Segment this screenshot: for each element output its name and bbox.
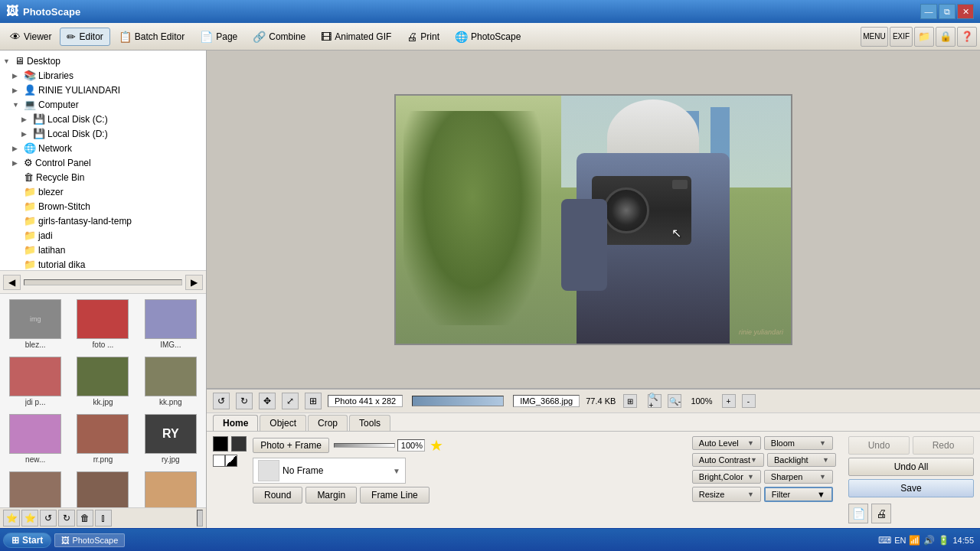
invert-swatch[interactable] — [225, 455, 237, 467]
tree-item-latihan[interactable]: 📁 latihan — [0, 243, 206, 257]
taskbar-right: ⌨ EN 📶 🔊 🔋 14:55 — [878, 535, 977, 546]
print-button[interactable]: 🖨 Print — [400, 28, 446, 46]
dark-swatch[interactable] — [231, 436, 247, 452]
auto-contrast-btn[interactable]: Auto Contrast ▼ — [692, 453, 764, 467]
auto-level-btn[interactable]: Auto Level ▼ — [692, 436, 761, 450]
thumb-kkjpg[interactable]: kk.jpg — [69, 353, 136, 410]
thumb-rotate-left-btn[interactable]: ↺ — [40, 510, 57, 527]
tree-item-diskd[interactable]: ▶ 💾 Local Disk (D:) — [0, 126, 206, 141]
thumb-rotate-right-btn[interactable]: ↻ — [58, 510, 75, 527]
minimize-button[interactable]: — — [920, 4, 937, 19]
combine-button[interactable]: 🔗 Combine — [246, 28, 312, 46]
menu-button[interactable]: MENU — [861, 27, 888, 47]
tab-object[interactable]: Object — [260, 415, 306, 431]
print-small-icon[interactable]: 🖨 — [871, 504, 891, 523]
bright-color-btn[interactable]: Bright,Color ▼ — [692, 470, 761, 484]
thumb-top[interactable]: top.jpg — [137, 468, 204, 507]
exif-button[interactable]: EXIF — [890, 27, 913, 47]
editor-button[interactable]: ✏ Editor — [60, 28, 109, 46]
zoom-out-btn[interactable]: 🔍- — [668, 394, 681, 408]
thumb-img[interactable]: IMG... — [137, 295, 204, 353]
start-button[interactable]: ⊞ Start — [3, 533, 51, 548]
frame-line-button[interactable]: Frame Line — [360, 487, 430, 504]
redo-btn[interactable]: ↻ — [236, 393, 253, 409]
thumb-blez[interactable]: img blez... — [2, 295, 69, 353]
help-button[interactable]: ❓ — [957, 27, 977, 47]
thumb-jdi[interactable]: jdi p... — [2, 353, 69, 410]
title-bar-left: 🖼 PhotoScape — [6, 5, 80, 18]
tree-item-brownstitch[interactable]: 📁 Brown-Stitch — [0, 199, 206, 214]
thumb-star-btn[interactable]: ⭐ — [21, 510, 38, 527]
tree-item-jadi[interactable]: 📁 jadi — [0, 228, 206, 243]
favorite-star[interactable]: ★ — [430, 436, 443, 455]
thumb-delete-btn[interactable]: 🗑 — [77, 510, 93, 527]
tree-item-libraries[interactable]: ▶ 📚 Libraries — [0, 68, 206, 83]
undo-btn[interactable]: ↺ — [213, 393, 230, 409]
viewer-button[interactable]: 👁 Viewer — [3, 28, 58, 46]
maximize-button[interactable]: ⧉ — [939, 4, 956, 19]
move-btn[interactable]: ✥ — [259, 393, 276, 409]
frame-dropdown-arrow: ▼ — [393, 467, 400, 475]
save-file-icon[interactable]: 📄 — [848, 504, 868, 523]
sharpen-btn[interactable]: Sharpen ▼ — [764, 470, 833, 484]
redo-button[interactable]: Redo — [913, 436, 974, 455]
tree-item-blezer[interactable]: 📁 blezer — [0, 184, 206, 199]
tree-item-recyclebin[interactable]: 🗑 Recycle Bin — [0, 170, 206, 184]
taskbar-photoscape[interactable]: 🖼 PhotoScape — [54, 533, 125, 547]
tab-home[interactable]: Home — [213, 415, 258, 431]
white-swatch[interactable] — [213, 455, 225, 467]
zoom-in-btn[interactable]: 🔍+ — [648, 394, 662, 408]
nav-left-arrow[interactable]: ◀ — [3, 275, 21, 290]
undo-button[interactable]: Undo — [848, 436, 910, 455]
resize-btn-adj[interactable]: Resize ▼ — [692, 487, 761, 502]
black-swatch[interactable] — [213, 436, 228, 452]
animated-gif-button[interactable]: 🎞 Animated GIF — [314, 28, 398, 46]
frame-selector[interactable]: No Frame ▼ — [253, 458, 406, 484]
photoscape-button[interactable]: 🌐 PhotoScape — [448, 28, 528, 46]
nav-right-arrow[interactable]: ▶ — [185, 275, 203, 290]
tree-item-network[interactable]: ▶ 🌐 Network — [0, 141, 206, 155]
tree-item-controlpanel[interactable]: ▶ ⚙ Control Panel — [0, 155, 206, 170]
tree-item-desktop[interactable]: ▼ 🖥 Desktop — [0, 54, 206, 68]
tab-crop[interactable]: Crop — [308, 415, 348, 431]
left-controls — [213, 436, 247, 467]
save-button[interactable]: Save — [848, 479, 974, 497]
tree-item-computer[interactable]: ▼ 💻 Computer — [0, 97, 206, 112]
thumb-scroll-v-btn[interactable]: ⫿ — [95, 510, 112, 527]
batch-editor-button[interactable]: 📋 Batch Editor — [112, 28, 191, 46]
fit-btn[interactable]: ⊞ — [623, 394, 637, 408]
opacity-slider[interactable] — [334, 443, 395, 448]
tree-item-diskc[interactable]: ▶ 💾 Local Disk (C:) — [0, 112, 206, 126]
thumb-new[interactable]: new... — [2, 410, 69, 468]
thumb-sj1[interactable]: S.J... — [2, 468, 69, 507]
transform-btn[interactable]: ⊞ — [305, 393, 322, 409]
tab-tools[interactable]: Tools — [349, 415, 390, 431]
resize-btn[interactable]: ⤢ — [282, 393, 299, 409]
zoom-reset-btn[interactable]: + — [722, 394, 736, 408]
thumb-sj2[interactable]: S.J... — [69, 468, 136, 507]
thumb-ry[interactable]: RY ry.jpg — [137, 410, 204, 468]
tree-item-user[interactable]: ▶ 👤 RINIE YULIANDARI — [0, 83, 206, 97]
close-button[interactable]: ✕ — [957, 4, 974, 19]
tree-item-tutorialdika[interactable]: 📁 tutorial dika — [0, 257, 206, 270]
filter-btn[interactable]: Filter ▼ — [764, 487, 833, 502]
lock-button[interactable]: 🔒 — [936, 27, 956, 47]
thumb-kkpng[interactable]: kk.png — [137, 353, 204, 410]
batch-icon: 📋 — [119, 31, 132, 43]
sidebar-scrollbar[interactable] — [24, 279, 182, 285]
thumb-rr[interactable]: rr.png — [69, 410, 136, 468]
page-button[interactable]: 📄 Page — [193, 28, 244, 46]
thumb-foto[interactable]: foto ... — [69, 295, 136, 353]
tree-item-girls[interactable]: 📁 girls-fantasy-land-temp — [0, 214, 206, 228]
backlight-btn[interactable]: Backlight ▼ — [767, 453, 836, 467]
round-button[interactable]: Round — [253, 487, 302, 504]
photo-frame-button[interactable]: Photo + Frame — [253, 438, 329, 453]
bloom-btn[interactable]: Bloom ▼ — [764, 436, 833, 450]
thumb-first-btn[interactable]: ⭐ — [3, 510, 20, 527]
margin-button[interactable]: Margin — [305, 487, 357, 504]
zoom-minus-btn[interactable]: - — [742, 394, 756, 408]
undo-all-button[interactable]: Undo All — [848, 458, 974, 476]
thumb-scrollbar-v[interactable] — [197, 510, 203, 527]
adj-row-3: Bright,Color ▼ Sharpen ▼ — [692, 470, 836, 484]
folder-button[interactable]: 📁 — [914, 27, 934, 47]
